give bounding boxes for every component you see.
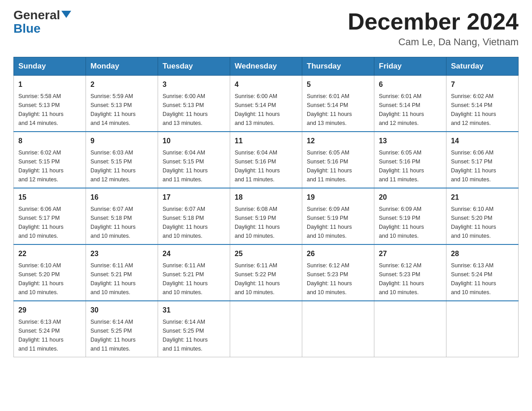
calendar-subtitle: Cam Le, Da Nang, Vietnam [348,36,519,48]
day-info: Sunrise: 6:02 AM Sunset: 5:15 PM Dayligh… [18,148,81,184]
day-cell: 25 Sunrise: 6:11 AM Sunset: 5:22 PM Dayl… [230,244,302,301]
days-of-week-row: Sunday Monday Tuesday Wednesday Thursday… [14,57,519,76]
header-thursday: Thursday [302,57,374,76]
day-cell: 13 Sunrise: 6:05 AM Sunset: 5:16 PM Dayl… [374,132,446,188]
day-number: 21 [451,192,514,203]
header-monday: Monday [86,57,158,76]
logo-text-blue: Blue [13,22,41,35]
day-cell: 15 Sunrise: 6:06 AM Sunset: 5:17 PM Dayl… [14,188,86,244]
day-cell: 19 Sunrise: 6:09 AM Sunset: 5:19 PM Dayl… [302,188,374,244]
day-cell: 22 Sunrise: 6:10 AM Sunset: 5:20 PM Dayl… [14,244,86,301]
day-info: Sunrise: 6:14 AM Sunset: 5:25 PM Dayligh… [163,317,225,353]
day-info: Sunrise: 6:01 AM Sunset: 5:14 PM Dayligh… [379,92,442,128]
day-number: 27 [379,248,442,259]
day-cell: 2 Sunrise: 5:59 AM Sunset: 5:13 PM Dayli… [86,76,158,132]
day-cell [446,301,519,357]
day-number: 9 [90,136,153,146]
day-info: Sunrise: 6:02 AM Sunset: 5:14 PM Dayligh… [451,92,514,128]
day-cell: 24 Sunrise: 6:11 AM Sunset: 5:21 PM Dayl… [158,244,230,301]
day-info: Sunrise: 6:07 AM Sunset: 5:18 PM Dayligh… [163,205,225,240]
day-info: Sunrise: 6:06 AM Sunset: 5:17 PM Dayligh… [18,205,81,240]
day-cell: 8 Sunrise: 6:02 AM Sunset: 5:15 PM Dayli… [14,132,86,188]
day-number: 13 [379,136,442,146]
day-number: 23 [90,248,153,259]
day-number: 16 [90,192,153,203]
day-cell: 3 Sunrise: 6:00 AM Sunset: 5:13 PM Dayli… [158,76,230,132]
day-info: Sunrise: 6:04 AM Sunset: 5:15 PM Dayligh… [163,148,225,184]
day-number: 7 [451,79,514,90]
day-number: 29 [18,305,81,316]
day-info: Sunrise: 6:14 AM Sunset: 5:25 PM Dayligh… [90,317,153,353]
header-sunday: Sunday [14,57,86,76]
day-info: Sunrise: 6:09 AM Sunset: 5:19 PM Dayligh… [307,205,369,240]
day-cell: 20 Sunrise: 6:09 AM Sunset: 5:19 PM Dayl… [374,188,446,244]
day-cell: 10 Sunrise: 6:04 AM Sunset: 5:15 PM Dayl… [158,132,230,188]
calendar-title: December 2024 [348,9,519,34]
day-cell [374,301,446,357]
day-info: Sunrise: 6:11 AM Sunset: 5:21 PM Dayligh… [163,261,225,297]
day-number: 6 [379,79,442,90]
day-info: Sunrise: 6:01 AM Sunset: 5:14 PM Dayligh… [307,92,369,128]
header-friday: Friday [374,57,446,76]
day-number: 10 [163,136,225,146]
day-cell: 27 Sunrise: 6:12 AM Sunset: 5:23 PM Dayl… [374,244,446,301]
day-info: Sunrise: 6:13 AM Sunset: 5:24 PM Dayligh… [18,317,81,353]
day-info: Sunrise: 6:12 AM Sunset: 5:23 PM Dayligh… [307,261,369,297]
day-info: Sunrise: 6:07 AM Sunset: 5:18 PM Dayligh… [90,205,153,240]
day-info: Sunrise: 5:59 AM Sunset: 5:13 PM Dayligh… [90,92,153,128]
day-info: Sunrise: 6:10 AM Sunset: 5:20 PM Dayligh… [18,261,81,297]
day-number: 20 [379,192,442,203]
day-number: 17 [163,192,225,203]
day-cell: 18 Sunrise: 6:08 AM Sunset: 5:19 PM Dayl… [230,188,302,244]
day-info: Sunrise: 6:12 AM Sunset: 5:23 PM Dayligh… [379,261,442,297]
day-cell: 23 Sunrise: 6:11 AM Sunset: 5:21 PM Dayl… [86,244,158,301]
day-info: Sunrise: 5:58 AM Sunset: 5:13 PM Dayligh… [18,92,81,128]
day-cell: 21 Sunrise: 6:10 AM Sunset: 5:20 PM Dayl… [446,188,519,244]
day-number: 3 [163,79,225,90]
day-info: Sunrise: 6:00 AM Sunset: 5:13 PM Dayligh… [163,92,225,128]
logo: General Blue [13,9,71,35]
day-cell [302,301,374,357]
day-cell: 4 Sunrise: 6:00 AM Sunset: 5:14 PM Dayli… [230,76,302,132]
day-number: 15 [18,192,81,203]
day-info: Sunrise: 6:04 AM Sunset: 5:16 PM Dayligh… [235,148,297,184]
day-info: Sunrise: 6:00 AM Sunset: 5:14 PM Dayligh… [235,92,297,128]
day-cell: 14 Sunrise: 6:06 AM Sunset: 5:17 PM Dayl… [446,132,519,188]
day-number: 30 [90,305,153,316]
svg-marker-0 [61,11,71,18]
day-info: Sunrise: 6:11 AM Sunset: 5:22 PM Dayligh… [235,261,297,297]
day-cell: 26 Sunrise: 6:12 AM Sunset: 5:23 PM Dayl… [302,244,374,301]
day-cell: 31 Sunrise: 6:14 AM Sunset: 5:25 PM Dayl… [158,301,230,357]
day-number: 14 [451,136,514,146]
day-number: 5 [307,79,369,90]
day-cell: 1 Sunrise: 5:58 AM Sunset: 5:13 PM Dayli… [14,76,86,132]
day-cell: 7 Sunrise: 6:02 AM Sunset: 5:14 PM Dayli… [446,76,519,132]
day-cell: 6 Sunrise: 6:01 AM Sunset: 5:14 PM Dayli… [374,76,446,132]
day-cell: 30 Sunrise: 6:14 AM Sunset: 5:25 PM Dayl… [86,301,158,357]
logo-text-general: General [13,9,60,21]
calendar-table: Sunday Monday Tuesday Wednesday Thursday… [13,57,519,357]
day-number: 24 [163,248,225,259]
day-number: 19 [307,192,369,203]
day-cell [230,301,302,357]
day-info: Sunrise: 6:06 AM Sunset: 5:17 PM Dayligh… [451,148,514,184]
day-number: 1 [18,79,81,90]
day-number: 11 [235,136,297,146]
day-number: 22 [18,248,81,259]
day-cell: 11 Sunrise: 6:04 AM Sunset: 5:16 PM Dayl… [230,132,302,188]
day-number: 2 [90,79,153,90]
day-number: 28 [451,248,514,259]
day-info: Sunrise: 6:11 AM Sunset: 5:21 PM Dayligh… [90,261,153,297]
week-row-2: 8 Sunrise: 6:02 AM Sunset: 5:15 PM Dayli… [14,132,519,188]
day-cell: 29 Sunrise: 6:13 AM Sunset: 5:24 PM Dayl… [14,301,86,357]
week-row-3: 15 Sunrise: 6:06 AM Sunset: 5:17 PM Dayl… [14,188,519,244]
page-header: General Blue December 2024 Cam Le, Da Na… [13,9,519,48]
day-info: Sunrise: 6:05 AM Sunset: 5:16 PM Dayligh… [307,148,369,184]
header-tuesday: Tuesday [158,57,230,76]
day-number: 8 [18,136,81,146]
day-number: 4 [235,79,297,90]
day-info: Sunrise: 6:09 AM Sunset: 5:19 PM Dayligh… [379,205,442,240]
day-cell: 5 Sunrise: 6:01 AM Sunset: 5:14 PM Dayli… [302,76,374,132]
day-cell: 16 Sunrise: 6:07 AM Sunset: 5:18 PM Dayl… [86,188,158,244]
day-info: Sunrise: 6:05 AM Sunset: 5:16 PM Dayligh… [379,148,442,184]
